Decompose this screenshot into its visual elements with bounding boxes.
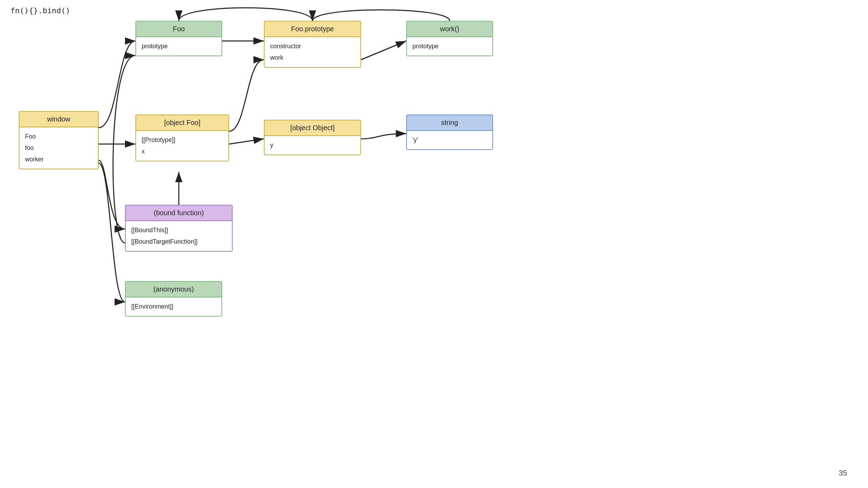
- node-window: windowFoofooworker: [19, 111, 99, 169]
- node-body-row: x: [142, 146, 223, 157]
- node-body-row: work: [270, 52, 355, 64]
- node-header-foo_prototype: Foo.prototype: [265, 22, 360, 37]
- node-header-object_foo: [object Foo]: [136, 115, 228, 131]
- node-body-bound_fn: [[BoundThis]][[BoundTargetFunction]]: [126, 221, 232, 251]
- node-header-string_node: string: [407, 115, 492, 131]
- node-object_foo: [object Foo][[Prototype]]x: [135, 115, 229, 161]
- node-header-work_fn: work(): [407, 22, 492, 37]
- node-string_node: string'y': [406, 115, 493, 150]
- node-body-foo_prototype: constructorwork: [265, 37, 360, 67]
- node-header-window: window: [19, 112, 98, 127]
- node-body-row: Foo: [25, 131, 92, 142]
- node-body-row: [[BoundThis]]: [131, 225, 226, 236]
- node-foo_constructor: Fooprototype: [135, 21, 222, 56]
- node-body-foo_constructor: prototype: [136, 37, 222, 56]
- node-header-object_object: [object Object]: [265, 120, 360, 136]
- page-number: 35: [839, 469, 847, 478]
- node-object_object: [object Object]y: [264, 120, 361, 155]
- node-bound_fn: (bound function)[[BoundThis]][[BoundTarg…: [125, 205, 233, 252]
- node-body-row: [[Environment]]: [131, 301, 216, 312]
- node-body-work_fn: prototype: [407, 37, 492, 56]
- node-body-string_node: 'y': [407, 131, 492, 149]
- node-body-anonymous_fn: [[Environment]]: [126, 297, 222, 316]
- node-body-row: 'y': [412, 134, 487, 146]
- node-body-row: [[BoundTargetFunction]]: [131, 236, 226, 247]
- node-body-row: prototype: [412, 41, 487, 52]
- node-body-row: y: [270, 140, 355, 151]
- node-body-row: worker: [25, 154, 92, 165]
- node-anonymous_fn: (anonymous)[[Environment]]: [125, 281, 222, 317]
- node-body-row: constructor: [270, 41, 355, 52]
- node-body-object_foo: [[Prototype]]x: [136, 131, 228, 161]
- node-foo_prototype: Foo.prototypeconstructorwork: [264, 21, 361, 68]
- node-body-window: Foofooworker: [19, 127, 98, 169]
- node-body-row: foo: [25, 142, 92, 154]
- node-body-row: [[Prototype]]: [142, 134, 223, 146]
- node-body-row: prototype: [142, 41, 216, 52]
- node-header-foo_constructor: Foo: [136, 22, 222, 37]
- node-work_fn: work()prototype: [406, 21, 493, 56]
- node-header-bound_fn: (bound function): [126, 205, 232, 221]
- page-title: fn(){}.bind(): [10, 6, 70, 15]
- node-header-anonymous_fn: (anonymous): [126, 282, 222, 297]
- node-body-object_object: y: [265, 136, 360, 154]
